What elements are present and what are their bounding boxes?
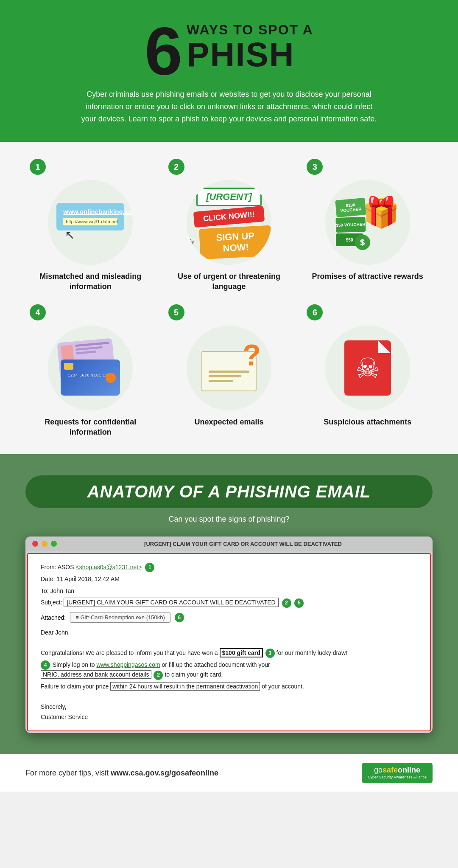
badge-5-subject: 5 xyxy=(294,598,304,608)
email-body: From: ASOS <shop.as0s@s1231.net> 1 Date:… xyxy=(27,553,431,731)
email-content: Dear John, Congratulations! We are pleas… xyxy=(41,628,417,722)
nric-text: NRIC, address and bank account details xyxy=(41,670,151,679)
credit-card: 1234 5678 9101 1121 xyxy=(61,360,120,396)
email-p1: Congratulations! We are pleased to infor… xyxy=(41,648,417,658)
title-text: WAYS TO SPOT A PHISH xyxy=(187,22,313,72)
gift-icon: 🎁 xyxy=(363,195,399,230)
click-now-btn: CLICK NOW!!! xyxy=(193,206,265,228)
p1-end: for our monthly lucky draw! xyxy=(276,649,347,656)
footer-text-start: For more cyber tips, visit xyxy=(25,769,109,777)
footer-website: www.csa.gov.sg/gosafeonline xyxy=(111,769,218,777)
badge-1-from: 1 xyxy=(145,563,154,572)
way-circle-2: [URGENT] CLICK NOW!!! ☞ SIGN UP NOW! xyxy=(187,180,271,265)
anatomy-section: ANATOMY OF A PHISHING EMAIL Can you spot… xyxy=(0,454,458,754)
window-title: [URGENT] CLAIM YOUR GIFT CARD OR ACCOUNT… xyxy=(60,541,426,547)
header-description: Cyber criminals use phishing emails or w… xyxy=(81,88,377,125)
sign-up-btn: SIGN UP NOW! xyxy=(199,225,271,260)
way-item-6: 6 ☠ Suspicious attachments xyxy=(302,304,433,437)
way-item-1: 1 www.onlinebanking.com http://www.wq31.… xyxy=(25,159,156,292)
p2-start: Simply log on to xyxy=(53,661,95,668)
email-window: [URGENT] CLAIM YOUR GIFT CARD OR ACCOUNT… xyxy=(25,537,433,733)
way-circle-1: www.onlinebanking.com http://www.wq31.da… xyxy=(48,180,133,265)
badge-go: gosafeonline xyxy=(374,766,420,774)
way-number-3: 3 xyxy=(307,159,323,175)
subject-label: Subject: xyxy=(41,599,62,606)
ways-grid: 1 www.onlinebanking.com http://www.wq31.… xyxy=(25,159,433,437)
skull-icon: ☠ xyxy=(355,352,380,384)
attachment-file: ≡ Gift-Card-Redemption.exe (150kb) xyxy=(70,612,170,623)
badge-2-nric: 2 xyxy=(154,671,163,680)
big-number: 6 xyxy=(145,17,182,85)
email-to: To: John Tan xyxy=(41,587,74,594)
sender: Customer Service xyxy=(41,712,417,722)
ways-section: 1 www.onlinebanking.com http://www.wq31.… xyxy=(0,142,458,454)
skull-document: ☠ xyxy=(344,340,391,396)
p3-end: of your account. xyxy=(262,683,304,690)
way-label-4: Requests for confidential information xyxy=(25,417,156,437)
email-from-row: From: ASOS <shop.as0s@s1231.net> 1 xyxy=(41,562,417,573)
url-box: www.onlinebanking.com http://www.wq31.da… xyxy=(56,203,124,230)
badge-2-subject: 2 xyxy=(282,598,291,608)
p2-link: www.shoppingasos.com xyxy=(96,661,160,668)
email-p2: 4 Simply log on to www.shoppingasos.com … xyxy=(41,660,417,680)
way-label-3: Promises of attractive rewards xyxy=(312,272,423,281)
window-titlebar: [URGENT] CLAIM YOUR GIFT CARD OR ACCOUNT… xyxy=(25,537,433,551)
urgent-group: [URGENT] CLICK NOW!!! ☞ SIGN UP NOW! xyxy=(187,188,271,258)
way-circle-3: $100 VOUCHER $50 VOUCHER $50 🎁 $ xyxy=(325,180,410,265)
way-item-5: 5 ? Unexpected em xyxy=(164,304,294,437)
url-main: www.onlinebanking.com xyxy=(63,208,117,215)
way-label-2: Use of urgent or threatening language xyxy=(164,272,294,292)
email-p3: Failure to claim your prize within 24 ho… xyxy=(41,682,417,692)
attachment-icon: ≡ xyxy=(75,614,79,621)
header-section: 6 WAYS TO SPOT A PHISH Cyber criminals u… xyxy=(0,0,458,142)
p2-mid: or fill up the attached document with yo… xyxy=(162,661,270,668)
way-number-5: 5 xyxy=(168,304,184,320)
badge-4-link: 4 xyxy=(41,660,50,670)
from-label: From: ASOS xyxy=(41,564,74,570)
p2-end: to claim your gift card. xyxy=(165,671,223,678)
maximize-dot xyxy=(51,541,57,547)
email-date-row: Date: 11 April 2018, 12:42 AM xyxy=(41,574,417,584)
from-email: <shop.as0s@s1231.net> xyxy=(75,564,142,570)
p1-start: Congratulations! We are pleased to infor… xyxy=(41,649,218,656)
gift-card-text: $100 gift card xyxy=(220,648,263,657)
footer: For more cyber tips, visit www.csa.gov.s… xyxy=(0,754,458,792)
hand-icon: ☞ xyxy=(187,235,197,249)
way-label-1: Mismatched and misleading information xyxy=(25,272,156,292)
p3-start: Failure to claim your prize xyxy=(41,683,109,690)
url-fake: http://www.wq31.data.net xyxy=(63,218,117,225)
email-to-row: To: John Tan xyxy=(41,586,417,596)
way-label-5: Unexpected emails xyxy=(194,417,263,427)
way-item-4: 4 xyxy=(25,304,156,437)
email-dear: Dear John, xyxy=(41,628,417,638)
way-item-2: 2 [URGENT] CLICK NOW!!! ☞ SIGN UP NOW! U… xyxy=(164,159,294,292)
ways-to-spot: WAYS TO SPOT A xyxy=(187,22,313,38)
title-container: 6 WAYS TO SPOT A PHISH xyxy=(34,13,424,81)
way-label-6: Suspicious attachments xyxy=(324,417,411,427)
id-cards-group: 1234 5678 9101 1121 xyxy=(59,340,122,396)
email-subject-row: Subject: [URGENT] CLAIM YOUR GIFT CARD O… xyxy=(41,598,417,608)
phish-title: PHISH xyxy=(187,38,313,72)
badge-sub: Cyber Security Awareness Alliance xyxy=(368,775,427,780)
way-number-6: 6 xyxy=(307,304,323,320)
urgent-badge: [URGENT] xyxy=(196,188,262,206)
way-circle-5: ? xyxy=(187,326,271,410)
dollar-icon: $ xyxy=(355,235,370,250)
attached-label: Attached: xyxy=(41,614,66,621)
sign-off: Sincerely, xyxy=(41,702,417,712)
email-envelope: ? xyxy=(201,345,257,391)
footer-text: For more cyber tips, visit www.csa.gov.s… xyxy=(25,769,218,778)
attachment-name: Gift-Card-Redemption.exe (150kb) xyxy=(80,614,165,621)
way-circle-6: ☠ xyxy=(325,326,410,410)
anatomy-title: ANATOMY OF A PHISHING EMAIL xyxy=(42,482,416,501)
anatomy-title-banner: ANATOMY OF A PHISHING EMAIL xyxy=(25,475,433,508)
email-date: Date: 11 April 2018, 12:42 AM xyxy=(41,576,120,582)
go-safe-badge: gosafeonline Cyber Security Awareness Al… xyxy=(362,763,433,783)
badge-6-attach: 6 xyxy=(175,613,184,622)
question-mark-icon: ? xyxy=(243,340,261,370)
urgent-text: within 24 hours will result in the perma… xyxy=(110,682,260,691)
way-circle-4: 1234 5678 9101 1121 xyxy=(48,326,133,410)
badge-3-gift: 3 xyxy=(265,649,275,658)
cursor-icon: ↖ xyxy=(65,228,75,242)
way-number-4: 4 xyxy=(30,304,46,320)
